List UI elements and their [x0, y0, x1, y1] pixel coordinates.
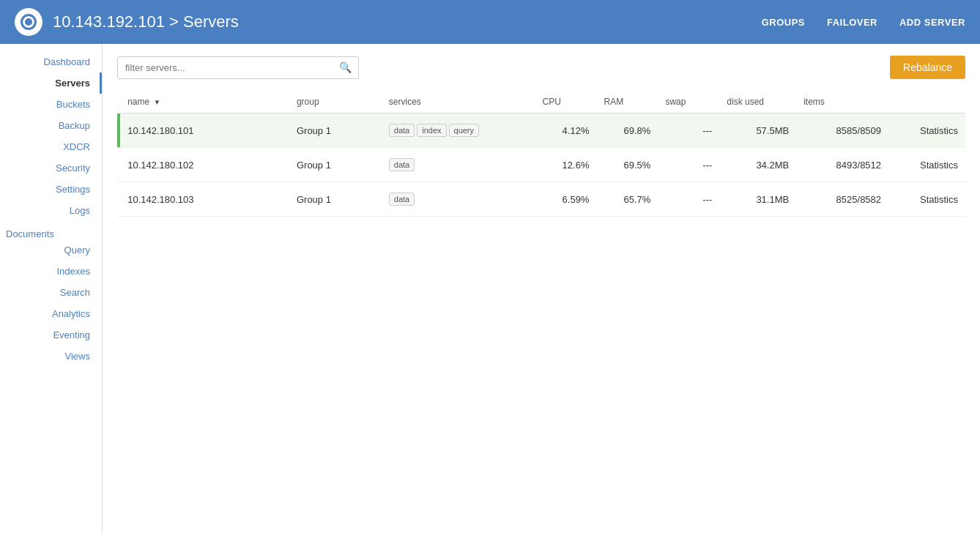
sidebar-item-dashboard[interactable]: Dashboard — [0, 51, 102, 72]
sidebar-item-search[interactable]: Search — [0, 282, 102, 303]
server-group: Group 1 — [289, 148, 382, 182]
server-name: 10.142.180.101 — [120, 113, 289, 148]
layout: Dashboard Servers Buckets Backup XDCR Se… — [0, 44, 980, 533]
sidebar-item-settings[interactable]: Settings — [0, 179, 102, 200]
sidebar-item-eventing[interactable]: Eventing — [0, 324, 102, 346]
server-group: Group 1 — [289, 113, 382, 148]
sidebar-item-xdcr[interactable]: XDCR — [0, 136, 102, 157]
server-swap: --- — [658, 113, 719, 148]
col-header-disk: disk used — [719, 91, 796, 113]
sidebar-item-servers[interactable]: Servers — [0, 72, 102, 94]
servers-table: name ▼ group services CPU RAM swap disk … — [117, 91, 965, 217]
header-separator: > — [169, 12, 183, 31]
server-statistics[interactable]: Statistics — [888, 182, 965, 217]
service-badge-query: query — [449, 124, 480, 137]
sidebar-item-views[interactable]: Views — [0, 346, 102, 367]
app-logo — [15, 8, 42, 36]
server-ram: 65.7% — [596, 182, 658, 217]
server-disk: 31.1MB — [719, 182, 796, 217]
server-services: data — [382, 148, 535, 182]
col-header-actions — [888, 91, 965, 113]
server-group: Group 1 — [289, 182, 382, 217]
sidebar-item-analytics[interactable]: Analytics — [0, 303, 102, 324]
col-header-swap: swap — [658, 91, 719, 113]
header: 10.143.192.101 > Servers GROUPS FAILOVER… — [0, 0, 980, 44]
header-ip: 10.143.192.101 — [53, 12, 165, 31]
server-services: dataindexquery — [382, 113, 535, 148]
server-ram: 69.8% — [596, 113, 658, 148]
server-services: data — [382, 182, 535, 217]
service-badge-index: index — [417, 124, 446, 137]
filter-input[interactable] — [117, 56, 359, 79]
col-header-name[interactable]: name ▼ — [120, 91, 289, 113]
table-row: 10.142.180.102Group 1data12.6%69.5%---34… — [117, 148, 965, 182]
server-disk: 57.5MB — [719, 113, 796, 148]
header-title: 10.143.192.101 > Servers — [53, 12, 762, 31]
col-header-services: services — [382, 91, 535, 113]
table-header-row: name ▼ group services CPU RAM swap disk … — [117, 91, 965, 113]
table-row: 10.142.180.101Group 1dataindexquery4.12%… — [117, 113, 965, 148]
sidebar-item-query[interactable]: Query — [0, 239, 102, 261]
server-cpu: 6.59% — [535, 182, 597, 217]
header-page: Servers — [183, 12, 239, 31]
server-items: 8585/8509 — [796, 113, 888, 148]
sidebar-item-indexes[interactable]: Indexes — [0, 261, 102, 282]
col-header-ram: RAM — [596, 91, 658, 113]
sidebar: Dashboard Servers Buckets Backup XDCR Se… — [0, 44, 103, 533]
sidebar-item-security[interactable]: Security — [0, 157, 102, 179]
server-disk: 34.2MB — [719, 148, 796, 182]
toolbar: 🔍 Rebalance — [117, 56, 965, 79]
server-name: 10.142.180.102 — [120, 148, 289, 182]
server-items: 8493/8512 — [796, 148, 888, 182]
server-statistics[interactable]: Statistics — [888, 148, 965, 182]
table-row: 10.142.180.103Group 1data6.59%65.7%---31… — [117, 182, 965, 217]
server-cpu: 12.6% — [535, 148, 597, 182]
server-cpu: 4.12% — [535, 113, 597, 148]
rebalance-button[interactable]: Rebalance — [890, 56, 965, 79]
search-icon: 🔍 — [339, 61, 352, 73]
col-header-cpu: CPU — [535, 91, 597, 113]
server-items: 8525/8582 — [796, 182, 888, 217]
server-statistics[interactable]: Statistics — [888, 113, 965, 148]
col-header-group: group — [289, 91, 382, 113]
server-name: 10.142.180.103 — [120, 182, 289, 217]
filter-input-wrap: 🔍 — [117, 56, 359, 79]
failover-nav[interactable]: FAILOVER — [827, 17, 877, 28]
server-swap: --- — [658, 182, 719, 217]
sort-arrow-icon: ▼ — [154, 98, 161, 106]
service-badge-data: data — [389, 158, 415, 171]
server-ram: 69.5% — [596, 148, 658, 182]
groups-nav[interactable]: GROUPS — [762, 17, 805, 28]
header-nav: GROUPS FAILOVER ADD SERVER — [762, 17, 965, 28]
service-badge-data: data — [389, 124, 415, 137]
col-header-items: items — [796, 91, 888, 113]
sidebar-item-backup[interactable]: Backup — [0, 115, 102, 136]
sidebar-item-logs[interactable]: Logs — [0, 200, 102, 221]
add-server-nav[interactable]: ADD SERVER — [899, 17, 965, 28]
server-swap: --- — [658, 148, 719, 182]
main-content: 🔍 Rebalance name ▼ group services CPU RA… — [103, 44, 980, 533]
sidebar-item-buckets[interactable]: Buckets — [0, 94, 102, 115]
service-badge-data: data — [389, 193, 415, 206]
